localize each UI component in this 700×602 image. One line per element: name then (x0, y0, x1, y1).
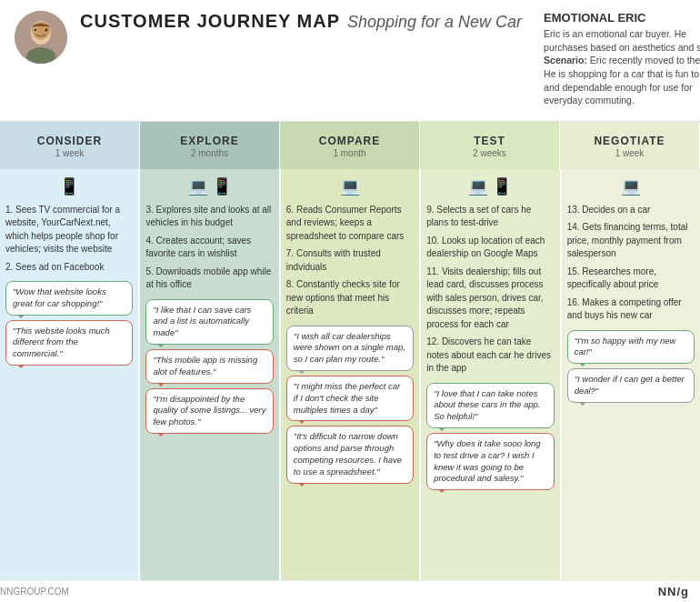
journey-col-negotiate: 💻 13. Decides on a car 14. Gets financin… (562, 169, 700, 581)
steps-consider: 1. Sees TV commercial for a website, You… (5, 204, 133, 275)
step-consider-1: 1. Sees TV commercial for a website, You… (5, 204, 133, 256)
col-label-consider: CONSIDER (37, 135, 102, 147)
avatar (15, 11, 67, 64)
icon-row-negotiate: 💻 (567, 176, 695, 196)
page-wrapper: CUSTOMER JOURNEY MAP Shopping for a New … (0, 0, 700, 602)
icon-row-explore: 💻 📱 (145, 176, 273, 196)
col-label-test: TEST (474, 135, 505, 147)
step-negotiate-4: 16. Makes a competing offer and buys his… (567, 296, 695, 323)
step-compare-3: 8. Constantly checks site for new option… (286, 278, 414, 318)
col-duration-negotiate: 1 week (615, 148, 645, 158)
quote-consider-0: "Wow that website looks great for car sh… (5, 281, 133, 316)
device-icon-explore2: 📱 (212, 176, 232, 196)
steps-test: 9. Selects a set of cars he plans to tes… (426, 204, 554, 376)
quote-compare-2: "It's difficult to narrow down options a… (286, 426, 414, 483)
col-label-negotiate: NEGOTIATE (594, 135, 665, 147)
step-consider-2: 2. Sees ad on Facebook (5, 261, 133, 275)
footer: NNGROUP.COM NN/g (0, 580, 700, 602)
header: CUSTOMER JOURNEY MAP Shopping for a New … (0, 0, 700, 122)
step-test-3: 11. Visits dealership; fills out lead ca… (426, 266, 554, 332)
journey-col-test: 💻 📱 9. Selects a set of cars he plans to… (421, 169, 561, 581)
persona-section: EMOTIONAL ERIC Eric is an emotional car … (544, 11, 700, 107)
step-test-4: 12. Discovers he can take notes about ea… (426, 336, 554, 376)
step-negotiate-1: 13. Decides on a car (567, 204, 695, 217)
journey-col-consider: 📱 1. Sees TV commercial for a website, Y… (0, 169, 140, 581)
step-explore-3: 5. Downloads mobile app while at his off… (145, 266, 273, 292)
persona-desc: Eric is an emotional car buyer. He purch… (544, 27, 700, 107)
col-duration-compare: 1 month (333, 148, 365, 158)
quotes-consider: "Wow that website looks great for car sh… (5, 281, 133, 366)
footer-website: NNGROUP.COM (0, 587, 69, 597)
persona-name: EMOTIONAL ERIC (544, 11, 700, 25)
quote-explore-2: "This mobile app is missing alot of feat… (145, 349, 273, 384)
step-test-1: 9. Selects a set of cars he plans to tes… (426, 204, 554, 230)
col-header-explore: EXPLORE 2 months (140, 122, 280, 169)
col-label-explore: EXPLORE (180, 135, 238, 147)
col-header-compare: COMPARE 1 month (280, 122, 420, 169)
steps-explore: 3. Explores site and looks at all vehicl… (145, 204, 273, 292)
col-label-compare: COMPARE (319, 135, 380, 147)
steps-negotiate: 13. Decides on a car 14. Gets financing … (567, 204, 695, 323)
device-icon-compare: 💻 (340, 176, 360, 196)
col-duration-explore: 2 months (191, 148, 228, 158)
journey-content: 📱 1. Sees TV commercial for a website, Y… (0, 169, 700, 581)
col-duration-consider: 1 week (55, 148, 85, 158)
col-header-consider: CONSIDER 1 week (0, 122, 140, 169)
device-icon-negotiate: 💻 (621, 176, 641, 196)
quotes-test: "I love that I can take notes about thes… (426, 383, 554, 491)
step-negotiate-2: 14. Gets financing terms, total price, m… (567, 221, 695, 261)
quote-test-0: "I love that I can take notes about thes… (426, 383, 554, 428)
svg-point-6 (35, 29, 37, 32)
step-compare-2: 7. Consults with trusted indviduals (286, 247, 414, 274)
icon-row-compare: 💻 (286, 176, 414, 196)
steps-compare: 6. Reads Consumer Reports and reviews; k… (286, 204, 414, 318)
quote-test-1: "Why does it take sooo long to test driv… (426, 433, 554, 490)
device-icon-test: 💻 (468, 176, 488, 196)
page-title: CUSTOMER JOURNEY MAP (80, 11, 340, 32)
quote-compare-1: "I might miss the perfect car if I don't… (286, 376, 414, 421)
journey-column-headers: CONSIDER 1 week EXPLORE 2 months COMPARE… (0, 122, 700, 169)
page-subtitle: Shopping for a New Car (347, 13, 522, 32)
icon-row-consider: 📱 (5, 176, 133, 196)
device-icon-explore: 💻 (188, 176, 208, 196)
quote-negotiate-1: "I wonder if I can get a better deal?" (567, 368, 695, 403)
journey-col-explore: 💻 📱 3. Explores site and looks at all ve… (140, 169, 280, 581)
quote-explore-1: "I'm disappointed by the quality of some… (145, 388, 273, 434)
quotes-negotiate: "I'm so happy with my new car!" "I wonde… (567, 330, 695, 403)
svg-point-7 (45, 29, 48, 32)
device-icon-test2: 📱 (492, 176, 512, 196)
col-header-negotiate: NEGOTIATE 1 week (560, 122, 700, 169)
quote-compare-0: "I wish all car dealerships were shown o… (286, 326, 414, 371)
quote-consider-1: "This website looks much different from … (5, 320, 133, 366)
icon-row-test: 💻 📱 (426, 176, 554, 196)
step-explore-2: 4. Creates account; saves favorite cars … (145, 235, 273, 261)
quote-negotiate-0: "I'm so happy with my new car!" (567, 330, 695, 365)
col-duration-test: 2 weeks (473, 148, 506, 158)
journey-col-compare: 💻 6. Reads Consumer Reports and reviews;… (281, 169, 421, 581)
quotes-explore: "I like that I can save cars and a list … (145, 299, 273, 435)
step-negotiate-3: 15. Researches more, specifically about … (567, 266, 695, 292)
col-header-test: TEST 2 weeks (420, 122, 560, 169)
footer-logo: NN/g (658, 585, 689, 598)
quote-explore-0: "I like that I can save cars and a list … (145, 299, 273, 345)
step-test-2: 10. Looks up location of each dealership… (426, 235, 554, 261)
step-compare-1: 6. Reads Consumer Reports and reviews; k… (286, 204, 414, 244)
quotes-compare: "I wish all car dealerships were shown o… (286, 326, 414, 484)
device-icon-consider: 📱 (59, 176, 79, 196)
step-explore-1: 3. Explores site and looks at all vehicl… (145, 204, 273, 230)
